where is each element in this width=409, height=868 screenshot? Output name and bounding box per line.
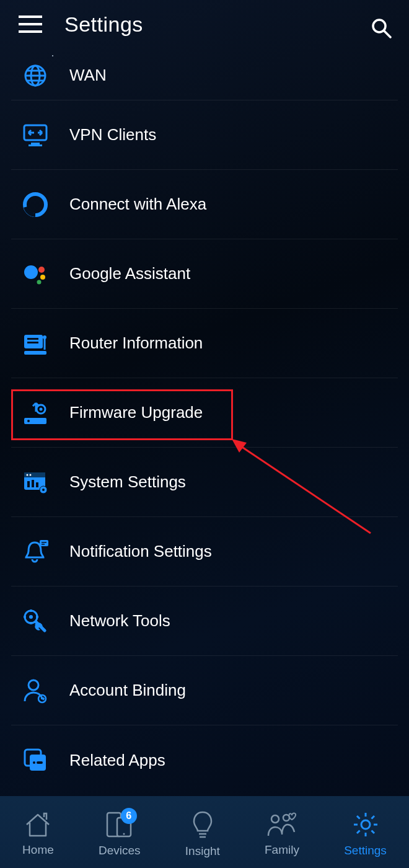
svg-rect-52 xyxy=(37,761,43,764)
svg-rect-0 xyxy=(19,16,42,18)
tab-bar: Home 6 Devices Insight Family xyxy=(0,796,409,868)
tab-label: Home xyxy=(22,843,54,857)
menu-button[interactable] xyxy=(19,16,42,33)
svg-point-60 xyxy=(271,815,279,823)
svg-rect-34 xyxy=(36,482,38,487)
bell-notification-icon xyxy=(20,539,51,565)
svg-rect-12 xyxy=(29,144,42,146)
firmware-upgrade-icon xyxy=(20,401,51,425)
svg-point-51 xyxy=(33,761,35,764)
settings-item-router-info[interactable]: Router Information xyxy=(11,309,398,378)
svg-point-47 xyxy=(29,680,38,690)
svg-rect-37 xyxy=(40,540,48,546)
router-info-icon xyxy=(20,331,51,356)
lightbulb-icon xyxy=(190,810,215,839)
settings-item-google-assistant[interactable]: Google Assistant xyxy=(11,239,398,309)
tab-devices[interactable]: 6 Devices xyxy=(99,810,141,857)
home-icon xyxy=(23,811,53,838)
search-button[interactable] xyxy=(371,17,392,41)
google-assistant-icon xyxy=(20,262,51,286)
svg-point-15 xyxy=(38,267,45,273)
svg-line-4 xyxy=(384,31,390,37)
wrench-gear-icon xyxy=(20,608,51,634)
tab-label: Devices xyxy=(99,844,141,857)
settings-item-label: Google Assistant xyxy=(69,264,190,283)
svg-point-16 xyxy=(40,275,45,280)
settings-item-vpn[interactable]: VPN Clients xyxy=(11,100,398,170)
svg-point-57 xyxy=(123,833,125,835)
header: Settings xyxy=(0,0,409,48)
settings-item-notification-settings[interactable]: Notification Settings xyxy=(11,517,398,587)
devices-badge: 6 xyxy=(121,808,137,824)
svg-rect-19 xyxy=(27,338,38,340)
settings-item-label: Router Information xyxy=(69,334,203,353)
svg-rect-2 xyxy=(19,30,42,33)
svg-point-31 xyxy=(30,474,32,476)
settings-item-firmware-upgrade[interactable]: Firmware Upgrade xyxy=(11,378,398,448)
svg-rect-38 xyxy=(42,542,46,543)
svg-point-25 xyxy=(27,420,30,422)
settings-item-system-settings[interactable]: System Settings xyxy=(11,448,398,517)
settings-item-label: Notification Settings xyxy=(69,542,212,561)
svg-rect-32 xyxy=(27,481,30,487)
settings-item-label: Related Apps xyxy=(69,751,165,770)
globe-icon xyxy=(20,63,51,88)
settings-item-label: Network Tools xyxy=(69,611,170,631)
apps-stack-icon xyxy=(20,747,51,773)
system-settings-icon xyxy=(20,470,51,495)
settings-item-alexa[interactable]: Connect with Alexa xyxy=(11,170,398,239)
settings-item-label: VPN Clients xyxy=(69,125,156,144)
svg-rect-10 xyxy=(24,125,46,140)
svg-rect-39 xyxy=(42,544,45,545)
svg-point-27 xyxy=(40,407,43,410)
svg-rect-1 xyxy=(19,23,42,25)
settings-list: WAN VPN Clients Connect with Alexa Googl… xyxy=(0,51,409,795)
svg-point-30 xyxy=(27,474,29,476)
svg-point-62 xyxy=(361,820,370,829)
page-title: Settings xyxy=(64,12,143,37)
svg-point-14 xyxy=(24,265,38,279)
tab-label: Settings xyxy=(344,844,387,857)
user-link-icon xyxy=(20,678,51,704)
settings-item-network-tools[interactable]: Network Tools xyxy=(11,587,398,656)
tab-family[interactable]: Family xyxy=(265,811,299,857)
tab-settings[interactable]: Settings xyxy=(344,810,387,857)
svg-rect-20 xyxy=(27,342,38,343)
settings-item-related-apps[interactable]: Related Apps xyxy=(11,725,398,795)
settings-item-label: System Settings xyxy=(69,472,186,492)
search-icon xyxy=(371,17,392,38)
settings-item-wan[interactable]: WAN xyxy=(11,51,398,100)
settings-item-label: Connect with Alexa xyxy=(69,195,206,214)
family-icon xyxy=(266,811,298,838)
svg-point-17 xyxy=(37,280,42,284)
settings-item-account-binding[interactable]: Account Binding xyxy=(11,656,398,725)
settings-item-label: Account Binding xyxy=(69,681,186,700)
monitor-arrows-icon xyxy=(20,123,51,148)
tab-insight[interactable]: Insight xyxy=(185,810,220,858)
settings-item-label: WAN xyxy=(69,66,107,85)
svg-rect-11 xyxy=(31,143,40,144)
settings-item-label: Firmware Upgrade xyxy=(69,403,203,422)
tab-label: Insight xyxy=(185,844,220,858)
svg-point-36 xyxy=(42,489,45,491)
alexa-icon xyxy=(20,192,51,217)
svg-rect-33 xyxy=(32,480,34,487)
svg-rect-21 xyxy=(24,351,46,355)
tab-label: Family xyxy=(265,843,299,857)
gear-icon xyxy=(351,810,380,839)
hamburger-icon xyxy=(19,16,42,33)
svg-point-41 xyxy=(29,615,33,619)
tab-home[interactable]: Home xyxy=(22,811,54,857)
